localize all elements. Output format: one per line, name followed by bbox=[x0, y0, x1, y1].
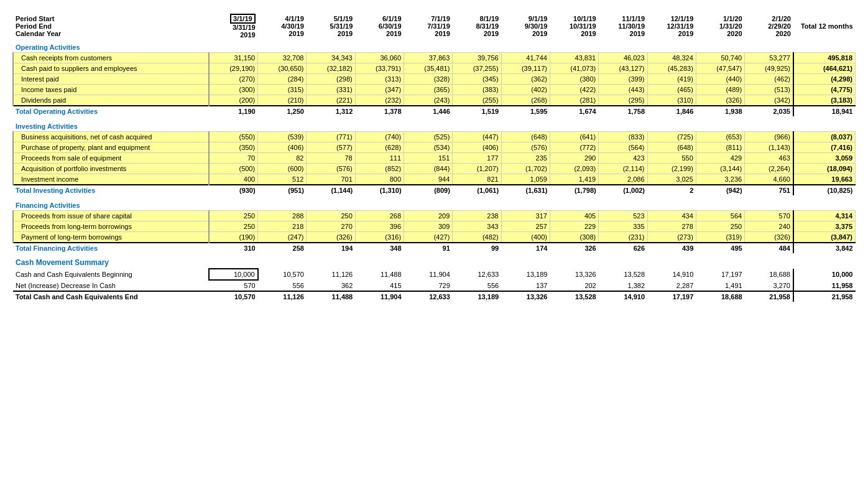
cell-col-4: (534) bbox=[404, 142, 453, 153]
table-row: Interest paid(270)(284)(298)(313)(328)(3… bbox=[13, 74, 856, 85]
cell-col-1: (600) bbox=[258, 164, 307, 174]
table-row: Proceeds from issue of share capital2502… bbox=[13, 211, 856, 221]
section-header-row: Operating Activities bbox=[13, 40, 856, 53]
cell-col-1: 512 bbox=[258, 174, 307, 185]
row-label: Interest paid bbox=[13, 74, 209, 85]
summary-cell-0-5: 12,633 bbox=[453, 269, 501, 280]
cell-col-5: (255) bbox=[453, 95, 501, 106]
cell-col-7: 229 bbox=[550, 221, 598, 232]
cell-col-3: (628) bbox=[355, 142, 404, 153]
row-label: Proceeds from sale of equipment bbox=[13, 153, 209, 164]
table-row: Business acquisitions, net of cash acqui… bbox=[13, 132, 856, 142]
cell-col-11: 4,660 bbox=[745, 174, 793, 185]
summary-cell-1-0: 570 bbox=[209, 280, 257, 291]
total-row: Total Investing Activities(930)(951)(1,1… bbox=[13, 185, 856, 195]
cell-col-8: (833) bbox=[599, 132, 647, 142]
total-cell-7: 1,674 bbox=[550, 106, 598, 116]
summary-row: Net (Increase) Decrease In Cash570556362… bbox=[13, 280, 856, 291]
cell-col-7: (641) bbox=[550, 132, 598, 142]
summary-cell-0-3: 11,488 bbox=[355, 269, 404, 280]
cell-col-4: (35,481) bbox=[404, 63, 453, 74]
cell-col-10: (3,144) bbox=[696, 164, 744, 174]
grand-total: (10,825) bbox=[793, 185, 856, 195]
total-cell-6: 174 bbox=[501, 243, 550, 253]
cell-col-5: (406) bbox=[453, 142, 501, 153]
summary-total-cell-9: 17,197 bbox=[647, 291, 696, 302]
summary-cell-0-7: 13,326 bbox=[550, 269, 598, 280]
cell-col-7: 1,419 bbox=[550, 174, 598, 185]
grand-total: 18,941 bbox=[793, 106, 856, 116]
cell-col-6: (648) bbox=[501, 132, 550, 142]
total-cell-11: 2,035 bbox=[745, 106, 793, 116]
section-header-row: Financing Activities bbox=[13, 198, 856, 211]
total-cell-3: (1,310) bbox=[355, 185, 404, 195]
row-label: Cash receipts from customers bbox=[13, 53, 209, 63]
cell-col-0: 31,150 bbox=[209, 53, 257, 63]
cell-col-9: (465) bbox=[647, 85, 696, 95]
calendar-year-label: Calendar Year bbox=[16, 30, 206, 37]
cell-col-10: (47,547) bbox=[696, 63, 744, 74]
cell-col-4: (427) bbox=[404, 232, 453, 243]
summary-row: Cash and Cash Equivalents Beginning10,00… bbox=[13, 269, 856, 280]
summary-cell-0-10: 17,197 bbox=[696, 269, 744, 280]
cell-col-9: (648) bbox=[647, 142, 696, 153]
summary-cell-1-4: 729 bbox=[404, 280, 453, 291]
cell-col-3: (347) bbox=[355, 85, 404, 95]
cell-col-2: (298) bbox=[307, 74, 355, 85]
cell-col-4: (365) bbox=[404, 85, 453, 95]
total-cell-7: (1,798) bbox=[550, 185, 598, 195]
cell-col-0: (190) bbox=[209, 232, 257, 243]
cell-col-4: (243) bbox=[404, 95, 453, 106]
cell-col-6: (362) bbox=[501, 74, 550, 85]
header-col-5: 8/1/198/31/192019 bbox=[453, 12, 501, 40]
row-total: 495,818 bbox=[793, 53, 856, 63]
cell-col-0: (550) bbox=[209, 132, 257, 142]
cell-col-4: 944 bbox=[404, 174, 453, 185]
total-cell-10: 495 bbox=[696, 243, 744, 253]
cell-col-2: 250 bbox=[307, 211, 355, 221]
summary-cell-1-8: 1,382 bbox=[599, 280, 647, 291]
cell-col-1: (406) bbox=[258, 142, 307, 153]
summary-cell-1-2: 362 bbox=[307, 280, 355, 291]
table-row: Payment of long-term borrowings(190)(247… bbox=[13, 232, 856, 243]
header-col-3: 6/1/196/30/192019 bbox=[355, 12, 404, 40]
summary-cell-1-5: 556 bbox=[453, 280, 501, 291]
cell-col-1: (30,650) bbox=[258, 63, 307, 74]
cell-col-2: (326) bbox=[307, 232, 355, 243]
cell-col-3: (313) bbox=[355, 74, 404, 85]
cell-col-10: (326) bbox=[696, 95, 744, 106]
total-cell-8: 1,758 bbox=[599, 106, 647, 116]
cell-col-3: (316) bbox=[355, 232, 404, 243]
total-cell-2: (1,144) bbox=[307, 185, 355, 195]
cell-col-10: 250 bbox=[696, 221, 744, 232]
cell-col-0: 250 bbox=[209, 221, 257, 232]
summary-cell-1-3: 415 bbox=[355, 280, 404, 291]
cell-col-9: (45,283) bbox=[647, 63, 696, 74]
cell-col-1: (210) bbox=[258, 95, 307, 106]
summary-row-label: Cash and Cash Equivalents Beginning bbox=[13, 269, 209, 280]
cell-col-10: (319) bbox=[696, 232, 744, 243]
total-cell-11: 484 bbox=[745, 243, 793, 253]
row-label: Income taxes paid bbox=[13, 85, 209, 95]
header-col-4: 7/1/197/31/192019 bbox=[404, 12, 453, 40]
cell-col-8: (443) bbox=[599, 85, 647, 95]
cell-col-0: (200) bbox=[209, 95, 257, 106]
cell-col-9: (419) bbox=[647, 74, 696, 85]
cell-col-6: (400) bbox=[501, 232, 550, 243]
cell-col-3: 396 bbox=[355, 221, 404, 232]
table-row: Proceeds from sale of equipment708278111… bbox=[13, 153, 856, 164]
total-cell-1: (951) bbox=[258, 185, 307, 195]
cell-col-10: (653) bbox=[696, 132, 744, 142]
cell-col-9: 278 bbox=[647, 221, 696, 232]
total-cell-10: 1,938 bbox=[696, 106, 744, 116]
cell-col-6: 235 bbox=[501, 153, 550, 164]
cell-col-8: 46,023 bbox=[599, 53, 647, 63]
cell-col-9: (725) bbox=[647, 132, 696, 142]
cell-col-10: (489) bbox=[696, 85, 744, 95]
cell-col-8: (295) bbox=[599, 95, 647, 106]
cell-col-9: 48,324 bbox=[647, 53, 696, 63]
table-row: Proceeds from long-term borrowings250218… bbox=[13, 221, 856, 232]
cell-col-7: 405 bbox=[550, 211, 598, 221]
summary-total-cell-0: 10,570 bbox=[209, 291, 257, 302]
cell-col-7: (380) bbox=[550, 74, 598, 85]
